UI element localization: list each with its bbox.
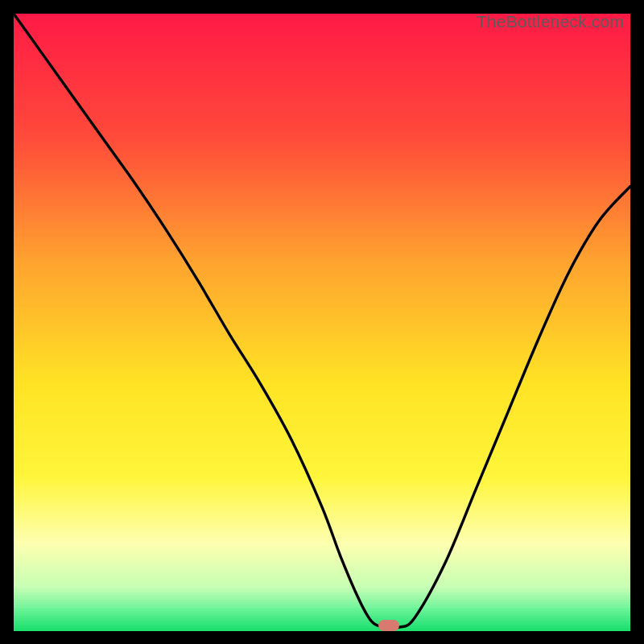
plot-frame: TheBottleneck.com: [14, 14, 630, 630]
watermark-text: TheBottleneck.com: [477, 12, 624, 31]
min-marker: [378, 620, 399, 631]
plot-area: [14, 14, 630, 630]
